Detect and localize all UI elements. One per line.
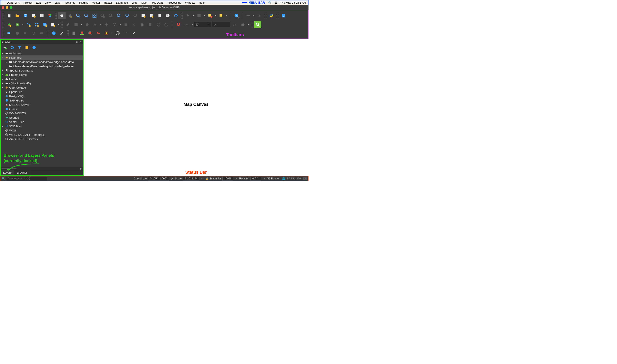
tree-item[interactable]: ▶XYZ Tiles <box>1 124 83 128</box>
polygon-select-button[interactable] <box>103 29 110 37</box>
identify-button[interactable]: i <box>233 12 240 19</box>
add-layer-dropdown-icon[interactable]: ▼ <box>57 24 60 26</box>
crs-value[interactable]: EPSG:4326 <box>287 177 301 180</box>
change-label-button[interactable] <box>38 29 45 37</box>
select-all-button[interactable] <box>218 12 225 19</box>
scale-spinner[interactable]: ▲▼ <box>201 177 203 180</box>
search-button[interactable] <box>254 21 261 28</box>
polygon-dropdown-icon[interactable]: ▼ <box>111 32 113 34</box>
select-by-expression-button[interactable] <box>195 12 203 19</box>
zoom-in-button[interactable]: + <box>75 12 82 19</box>
tree-item[interactable]: Oracle <box>1 107 83 111</box>
tree-item[interactable]: ▶GeoPackage <box>1 85 83 90</box>
new-map-view-button[interactable] <box>140 12 147 19</box>
toggle-editing-button[interactable] <box>64 21 72 28</box>
selectall-dropdown-icon[interactable]: ▼ <box>226 14 228 17</box>
save-edits-dropdown-icon[interactable]: ▼ <box>80 24 83 26</box>
xy-button[interactable]: X,Y <box>122 29 129 37</box>
pan-to-selection-button[interactable] <box>67 12 74 19</box>
rotate-label-button[interactable] <box>30 29 37 37</box>
redo-button[interactable] <box>163 21 170 28</box>
overlap-dropdown-icon[interactable]: ▼ <box>247 24 249 26</box>
tree-item[interactable]: ArcGIS REST Servers <box>1 137 83 141</box>
save-project-button[interactable] <box>22 12 29 19</box>
new-project-button[interactable] <box>6 12 13 19</box>
help-button[interactable]: ? <box>280 12 287 19</box>
menu-database[interactable]: Database <box>114 1 130 4</box>
point-button[interactable] <box>87 29 94 37</box>
menu-web[interactable]: Web <box>130 1 139 4</box>
customize-button[interactable] <box>58 29 66 37</box>
menu-processing[interactable]: Processing <box>166 1 183 4</box>
tree-item[interactable]: Scenes <box>1 116 83 120</box>
zoom-next-button[interactable] <box>132 12 139 19</box>
paste-features-button[interactable] <box>147 21 154 28</box>
menu-raster[interactable]: Raster <box>102 1 114 4</box>
undo-button[interactable] <box>155 21 162 28</box>
digitize-shape-button[interactable] <box>92 21 99 28</box>
vertex-dropdown-icon[interactable]: ▼ <box>119 24 121 26</box>
tree-item[interactable]: SAP HANA <box>1 98 83 103</box>
window-minimize-button[interactable] <box>6 6 8 9</box>
identify-features-button[interactable]: i <box>50 29 57 37</box>
scale-lock-icon[interactable]: 🔒 <box>205 177 209 180</box>
add-feature-button[interactable] <box>83 21 91 28</box>
tree-item[interactable]: WMS/WMTS <box>1 111 83 116</box>
crs-icon[interactable]: 🌐 <box>282 177 285 180</box>
statistics-button[interactable]: Σ <box>256 12 263 19</box>
spotlight-icon[interactable]: 🔍 <box>268 1 272 4</box>
show-bookmarks-button[interactable] <box>156 12 163 19</box>
move-feature-button[interactable] <box>103 21 110 28</box>
menu-help[interactable]: Help <box>197 1 206 4</box>
magnifier-value[interactable]: 100% <box>222 177 233 181</box>
coordinate-value[interactable]: 0.165°,-1.669° <box>148 177 169 181</box>
pan-button[interactable] <box>58 12 66 19</box>
scale-value[interactable]: 1:1011194 <box>183 177 200 181</box>
style-manager-button[interactable] <box>46 12 54 19</box>
zoom-last-button[interactable] <box>123 12 131 19</box>
multi-point-button[interactable] <box>95 29 102 37</box>
add-raster-layer-button[interactable] <box>33 21 40 28</box>
new-bookmark-button[interactable] <box>148 12 155 19</box>
tree-item[interactable]: ▶Home <box>1 77 83 81</box>
tree-item[interactable]: ▶/Volumes <box>1 51 83 55</box>
tree-item[interactable]: ▶/Users/demet/Downloads/knowledge-base-d… <box>1 60 83 64</box>
menu-edit[interactable]: Edit <box>34 1 43 4</box>
tree-item[interactable]: MS SQL Server <box>1 103 83 107</box>
browser-panel-header[interactable]: Browser ▣ ✕ <box>1 39 83 44</box>
copy-features-button[interactable] <box>138 21 146 28</box>
menu-mmqgis[interactable]: MMQGIS <box>150 1 166 4</box>
menu-app[interactable]: QGIS-LTR <box>5 1 21 4</box>
panel-float-icon[interactable]: ▣ <box>76 40 78 43</box>
digitize-dropdown-icon[interactable]: ▼ <box>100 24 102 26</box>
settings-tool-button[interactable] <box>130 29 137 37</box>
filter-browser-icon[interactable] <box>17 45 22 50</box>
rotation-value[interactable]: 0.0 ° <box>250 177 261 181</box>
tree-item[interactable]: WFS / OGC API - Features <box>1 132 83 137</box>
collapse-all-icon[interactable] <box>24 45 29 50</box>
coordinate-toggle-icon[interactable]: ✥ <box>171 177 173 180</box>
tree-item[interactable]: Vector Tiles <box>1 120 83 124</box>
zoom-full-button[interactable] <box>91 12 98 19</box>
copy-style-button[interactable] <box>70 29 78 37</box>
python-console-button[interactable] <box>268 12 275 19</box>
tree-item[interactable]: PostgreSQL <box>1 94 83 98</box>
tree-item[interactable]: ▼★Favorites <box>1 55 83 60</box>
web-button[interactable] <box>114 29 121 37</box>
deselect-dropdown-icon[interactable]: ▼ <box>215 14 217 17</box>
pin-button[interactable] <box>78 29 86 37</box>
menubar-datetime[interactable]: Thu May 23 9:51 AM <box>280 1 306 4</box>
tracing-dropdown-icon[interactable]: ▼ <box>191 24 193 26</box>
save-edits-button[interactable] <box>72 21 80 28</box>
snap-tolerance-input[interactable]: 12▲▼ <box>194 22 211 27</box>
select-features-button[interactable] <box>184 12 191 19</box>
messages-button[interactable]: ⋯ <box>303 177 307 180</box>
topological-editing-button[interactable] <box>231 21 238 28</box>
render-checkbox[interactable]: ✓ <box>267 177 270 180</box>
menu-view[interactable]: View <box>43 1 53 4</box>
avoid-overlap-button[interactable] <box>239 21 246 28</box>
tree-item[interactable]: ▶Project Home <box>1 73 83 77</box>
menu-project[interactable]: Project <box>21 1 34 4</box>
menu-settings[interactable]: Settings <box>63 1 77 4</box>
new-geopackage-button[interactable] <box>14 21 21 28</box>
